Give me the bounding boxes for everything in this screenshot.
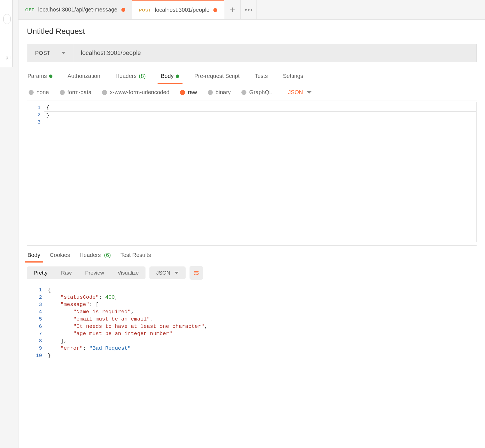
response-body-editor[interactable]: 12345678910 { "statusCode": 400, "messag… <box>27 285 477 361</box>
radio-icon <box>241 90 246 95</box>
tab-prerequest[interactable]: Pre-request Script <box>194 70 240 84</box>
response-tab-body-label: Body <box>27 252 40 258</box>
view-visualize[interactable]: Visualize <box>111 266 146 279</box>
response-tab-cookies[interactable]: Cookies <box>49 251 71 262</box>
tab-tests-label: Tests <box>255 73 268 79</box>
response-format-select[interactable]: JSON <box>149 266 186 279</box>
tab-authorization-label: Authorization <box>68 73 100 79</box>
response-tab-headers-count: (6) <box>104 252 111 258</box>
response-tab-body[interactable]: Body <box>27 251 41 262</box>
tab-url: localhost:3001/api/get-message <box>38 6 117 13</box>
wrap-icon <box>193 270 199 276</box>
view-visualize-label: Visualize <box>117 270 139 276</box>
unsaved-dot-icon <box>121 8 125 12</box>
tab-settings-label: Settings <box>283 73 303 79</box>
chevron-down-icon <box>307 91 311 94</box>
request-tab-1[interactable]: POST localhost:3001/people <box>132 0 224 19</box>
tab-overflow-button[interactable] <box>241 0 257 19</box>
sidebar-all-label: all <box>6 55 11 61</box>
request-title[interactable]: Untitled Request <box>27 27 477 36</box>
body-type-raw-label: raw <box>188 89 197 96</box>
request-content: Untitled Request POST localhost:3001/peo… <box>19 20 485 448</box>
wrap-lines-button[interactable] <box>190 266 203 280</box>
radio-icon <box>60 90 65 95</box>
tab-prerequest-label: Pre-request Script <box>194 73 239 79</box>
view-pretty-label: Pretty <box>34 270 48 276</box>
ellipsis-icon <box>245 9 252 11</box>
tab-headers-count: (8) <box>139 73 146 79</box>
body-type-urlencoded[interactable]: x-www-form-urlencoded <box>102 89 169 96</box>
body-type-binary[interactable]: binary <box>208 89 231 96</box>
request-subtabs: Params Authorization Headers (8) Body Pr… <box>27 70 477 84</box>
response-tab-test-results[interactable]: Test Results <box>120 251 151 262</box>
tab-authorization[interactable]: Authorization <box>67 70 101 84</box>
body-language-value: JSON <box>288 89 303 96</box>
radio-icon <box>29 90 34 95</box>
response-area: Body Cookies Headers (6) Test Results Pr… <box>27 245 477 448</box>
url-bar: POST localhost:3001/people <box>27 44 477 62</box>
view-raw[interactable]: Raw <box>54 266 78 279</box>
response-tab-cookies-label: Cookies <box>50 252 70 258</box>
response-tab-test-results-label: Test Results <box>120 252 151 258</box>
sidebar-pill <box>3 14 11 24</box>
status-dot-icon <box>176 75 179 78</box>
tab-headers[interactable]: Headers (8) <box>115 70 146 84</box>
view-preview-label: Preview <box>85 270 104 276</box>
response-toolbar: Pretty Raw Preview Visualize JSON <box>27 266 477 280</box>
body-type-none[interactable]: none <box>29 89 49 96</box>
response-view-group: Pretty Raw Preview Visualize <box>27 266 146 279</box>
response-format-value: JSON <box>156 270 170 276</box>
request-body-editor[interactable]: 123 {} <box>27 102 477 242</box>
new-tab-button[interactable] <box>224 0 241 19</box>
body-language-select[interactable]: JSON <box>288 89 311 96</box>
tab-settings[interactable]: Settings <box>282 70 304 84</box>
body-type-raw[interactable]: raw <box>180 89 197 96</box>
response-tab-headers[interactable]: Headers (6) <box>79 251 112 262</box>
editor-gutter: 123 <box>27 102 44 242</box>
editor-code[interactable]: {} <box>44 102 476 242</box>
tab-params-label: Params <box>27 73 47 79</box>
status-dot-icon <box>49 75 52 78</box>
tab-body-label: Body <box>161 73 174 79</box>
response-tabs: Body Cookies Headers (6) Test Results <box>27 246 477 262</box>
tab-url: localhost:3001/people <box>155 7 210 13</box>
method-select-value: POST <box>35 50 50 56</box>
view-preview[interactable]: Preview <box>78 266 111 279</box>
tab-tests[interactable]: Tests <box>254 70 268 84</box>
url-input-value: localhost:3001/people <box>81 49 141 57</box>
body-type-row: none form-data x-www-form-urlencoded raw… <box>27 84 477 101</box>
main-panel: GET localhost:3001/api/get-message POST … <box>18 0 485 448</box>
url-input[interactable]: localhost:3001/people <box>74 44 476 62</box>
request-tabs-strip: GET localhost:3001/api/get-message POST … <box>19 0 485 20</box>
radio-icon <box>208 90 213 95</box>
body-type-graphql[interactable]: GraphQL <box>241 89 272 96</box>
unsaved-dot-icon <box>213 8 217 12</box>
response-gutter: 12345678910 <box>27 285 45 361</box>
body-type-form-data[interactable]: form-data <box>60 89 92 96</box>
response-code: { "statusCode": 400, "message": [ "Name … <box>45 285 477 361</box>
plus-icon <box>229 7 235 13</box>
body-type-form-data-label: form-data <box>68 89 92 96</box>
tab-params[interactable]: Params <box>27 70 53 84</box>
radio-icon <box>102 90 107 95</box>
body-type-none-label: none <box>36 89 49 96</box>
tab-headers-label: Headers <box>116 73 137 79</box>
response-tab-headers-label: Headers <box>80 252 101 258</box>
request-tab-0[interactable]: GET localhost:3001/api/get-message <box>19 0 132 19</box>
radio-icon <box>180 90 185 95</box>
tab-method: POST <box>139 8 151 12</box>
view-raw-label: Raw <box>61 270 72 276</box>
left-sidebar-fragment: all <box>0 0 13 67</box>
body-type-binary-label: binary <box>216 89 231 96</box>
body-type-urlencoded-label: x-www-form-urlencoded <box>110 89 169 96</box>
view-pretty[interactable]: Pretty <box>27 266 54 279</box>
body-type-graphql-label: GraphQL <box>249 89 272 96</box>
chevron-down-icon <box>174 272 179 274</box>
tab-body[interactable]: Body <box>160 70 180 84</box>
method-select[interactable]: POST <box>27 44 74 62</box>
chevron-down-icon <box>61 52 66 54</box>
tab-method: GET <box>25 7 34 12</box>
